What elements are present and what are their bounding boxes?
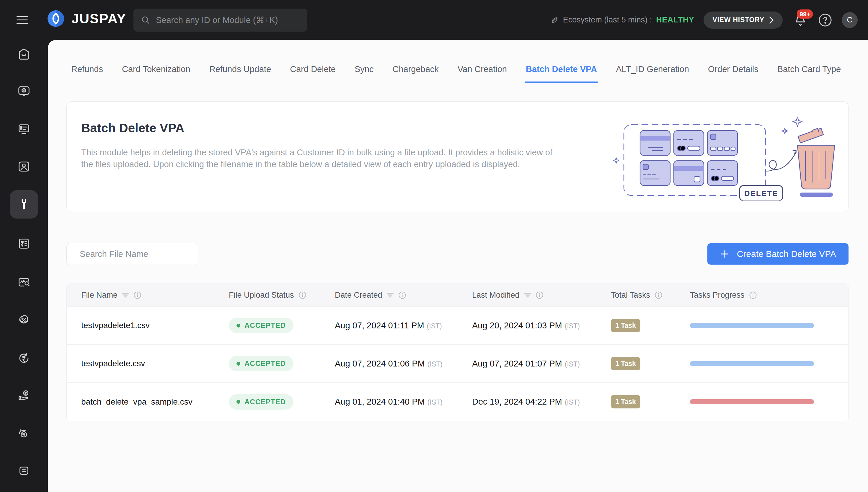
home-icon xyxy=(17,47,31,61)
tab-label: Refunds xyxy=(71,65,103,74)
last-modified: Aug 07, 2024 01:07 PM xyxy=(472,359,562,368)
sidebar-item-invoice-rupee[interactable] xyxy=(10,229,38,258)
product-box-icon xyxy=(17,85,31,98)
sidebar-item-offers-percent[interactable] xyxy=(10,306,38,334)
tasks-progress-bar xyxy=(690,323,814,328)
tasks-progress-bar xyxy=(690,361,814,366)
topbar: JUSPAY Ecosystem (last 5 mins) : HEALTHY… xyxy=(0,0,868,40)
module-tabs: RefundsCard TokenizationRefunds UpdateCa… xyxy=(67,40,868,83)
global-search[interactable] xyxy=(133,8,307,32)
info-icon[interactable] xyxy=(133,291,142,299)
sidebar-item-refund-rupee[interactable] xyxy=(10,344,38,372)
ecosystem-label: Ecosystem (last 5 mins) : xyxy=(563,15,652,25)
tab-label: Batch Delete VPA xyxy=(526,65,597,74)
ecosystem-status: Ecosystem (last 5 mins) : HEALTHY xyxy=(550,15,694,25)
brand-logo[interactable]: JUSPAY xyxy=(47,10,126,27)
column-label: Tasks Progress xyxy=(690,291,745,300)
table-header: File NameFile Upload StatusDate CreatedL… xyxy=(67,284,848,306)
create-batch-delete-vpa-button[interactable]: Create Batch Delete VPA xyxy=(707,243,848,265)
juspay-dashboard: JUSPAY Ecosystem (last 5 mins) : HEALTHY… xyxy=(0,0,868,492)
timezone-label: (IST) xyxy=(565,360,580,368)
sidebar-item-card-terminal[interactable] xyxy=(10,457,38,485)
column-header-date-created: Date Created xyxy=(335,291,472,300)
tab-van-creation[interactable]: Van Creation xyxy=(458,40,507,83)
sidebar-item-settlement-bag[interactable] xyxy=(10,419,38,448)
column-header-last-modified: Last Modified xyxy=(472,291,611,300)
table-row: testvpadelete1.csvACCEPTEDAug 07, 2024 0… xyxy=(67,306,848,345)
notifications-button[interactable]: 99+ xyxy=(792,12,809,28)
sidebar-item-user-card[interactable] xyxy=(10,152,38,181)
sidebar-item-home[interactable] xyxy=(10,40,38,68)
delete-vpa-illustration: DELETE xyxy=(612,116,839,200)
filter-icon[interactable] xyxy=(387,292,394,298)
info-icon[interactable] xyxy=(299,291,306,299)
status-label: ACCEPTED xyxy=(245,360,286,368)
tab-batch-card-type[interactable]: Batch Card Type xyxy=(777,40,841,83)
status-badge: ACCEPTED xyxy=(229,356,293,371)
info-icon[interactable] xyxy=(655,291,663,299)
sidebar-item-terminal-display[interactable] xyxy=(10,115,38,143)
file-name-link[interactable]: testvpadelete1.csv xyxy=(81,321,150,330)
table-body: testvpadelete1.csvACCEPTEDAug 07, 2024 0… xyxy=(67,306,848,421)
sidebar-item-payout-hand[interactable] xyxy=(10,381,38,410)
sidebar-item-tools-wrench[interactable] xyxy=(10,190,38,219)
total-tasks-badge: 1 Task xyxy=(611,357,640,370)
status-label: ACCEPTED xyxy=(245,398,286,406)
progress-fill xyxy=(690,361,814,366)
filter-icon[interactable] xyxy=(122,292,129,298)
menu-icon[interactable] xyxy=(17,13,28,27)
tab-order-details[interactable]: Order Details xyxy=(708,40,759,83)
tab-batch-delete-vpa[interactable]: Batch Delete VPA xyxy=(526,40,597,83)
file-name-link[interactable]: batch_delete_vpa_sample.csv xyxy=(81,397,193,407)
column-label: Total Tasks xyxy=(611,291,650,300)
user-avatar[interactable]: C xyxy=(842,12,858,28)
table-row: testvpadelete.csvACCEPTEDAug 07, 2024 01… xyxy=(67,345,848,383)
illustration-delete-label: DELETE xyxy=(744,189,778,198)
settlement-bag-icon xyxy=(17,427,31,440)
column-label: Last Modified xyxy=(472,291,520,300)
column-label: File Name xyxy=(81,291,118,300)
plus-icon xyxy=(720,249,730,259)
analytics-search-icon xyxy=(17,275,31,289)
info-icon[interactable] xyxy=(536,291,543,299)
tab-label: Batch Card Type xyxy=(777,65,841,74)
status-dot xyxy=(236,362,240,366)
files-table: File NameFile Upload StatusDate CreatedL… xyxy=(67,284,848,421)
progress-fill xyxy=(690,323,814,328)
tab-label: ALT_ID Generation xyxy=(616,65,689,74)
column-label: Date Created xyxy=(335,291,382,300)
file-search-input[interactable] xyxy=(79,249,192,259)
total-tasks-badge: 1 Task xyxy=(611,395,640,409)
last-modified: Aug 20, 2024 01:03 PM xyxy=(472,321,562,330)
tab-refunds[interactable]: Refunds xyxy=(71,40,103,83)
info-icon[interactable] xyxy=(749,291,757,299)
view-history-button[interactable]: VIEW HISTORY xyxy=(704,11,783,29)
status-dot xyxy=(236,400,240,404)
help-button[interactable] xyxy=(818,13,832,27)
info-icon[interactable] xyxy=(398,291,406,299)
file-name-link[interactable]: testvpadelete.csv xyxy=(81,359,145,368)
column-header-tasks-progress: Tasks Progress xyxy=(690,291,848,300)
global-search-input[interactable] xyxy=(155,15,300,25)
help-icon xyxy=(818,13,832,27)
column-label: File Upload Status xyxy=(229,291,294,300)
tab-alt-id-generation[interactable]: ALT_ID Generation xyxy=(616,40,689,83)
terminal-display-icon xyxy=(17,122,31,136)
column-header-total-tasks: Total Tasks xyxy=(611,291,690,300)
tab-chargeback[interactable]: Chargeback xyxy=(392,40,438,83)
tab-card-delete[interactable]: Card Delete xyxy=(290,40,336,83)
tab-label: Order Details xyxy=(708,65,759,74)
create-button-label: Create Batch Delete VPA xyxy=(737,249,836,259)
tab-sync[interactable]: Sync xyxy=(355,40,374,83)
tab-card-tokenization[interactable]: Card Tokenization xyxy=(122,40,190,83)
progress-fill xyxy=(690,399,814,404)
sidebar-item-product-box[interactable] xyxy=(10,77,38,106)
tab-refunds-update[interactable]: Refunds Update xyxy=(209,40,271,83)
timezone-label: (IST) xyxy=(565,398,580,406)
timezone-label: (IST) xyxy=(427,322,442,330)
table-row: batch_delete_vpa_sample.csvACCEPTEDAug 0… xyxy=(67,383,848,421)
file-search[interactable] xyxy=(67,243,198,265)
sidebar-item-analytics-search[interactable] xyxy=(10,268,38,296)
timezone-label: (IST) xyxy=(428,360,442,368)
filter-icon[interactable] xyxy=(524,292,531,298)
